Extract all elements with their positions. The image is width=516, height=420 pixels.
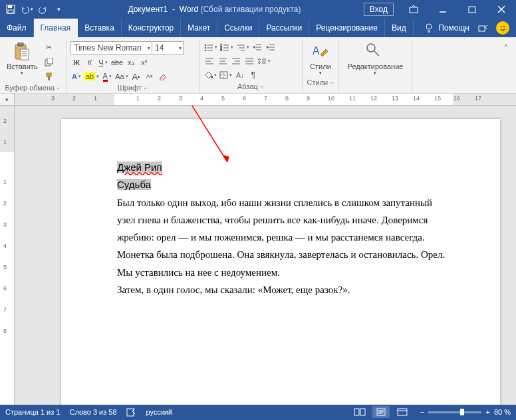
bucket-icon: [204, 71, 213, 79]
underline-button[interactable]: Ч▾: [97, 56, 109, 68]
format-painter-button[interactable]: [43, 70, 55, 82]
minimize-button[interactable]: [428, 0, 457, 19]
increase-indent-button[interactable]: [265, 41, 277, 53]
undo-icon[interactable]: ▾: [20, 3, 33, 16]
change-case-button[interactable]: Aa▾: [114, 70, 128, 82]
strikethrough-button[interactable]: abc: [110, 56, 124, 68]
shrink-font-button[interactable]: A▾: [144, 70, 156, 82]
cut-button[interactable]: ✂: [43, 41, 55, 53]
svg-rect-16: [21, 49, 29, 60]
tab-view[interactable]: Вид: [385, 19, 414, 37]
highlight-button[interactable]: ab▾: [84, 70, 100, 82]
tab-mailings[interactable]: Рассылки: [259, 19, 309, 37]
text-effects-button[interactable]: A▾: [70, 70, 82, 82]
superscript-button[interactable]: x²: [138, 56, 150, 68]
maximize-button[interactable]: [457, 0, 487, 19]
styles-icon: A: [311, 43, 330, 61]
ribbon-options-icon[interactable]: [399, 0, 428, 19]
doc-body-line: Монетка была подброшена. Она звякнула, з…: [117, 246, 447, 263]
horizontal-ruler[interactable]: 3 2 1 1 2 3 4 5 6 7 8 9 10 11 12 13 14 1…: [15, 94, 516, 106]
decrease-indent-button[interactable]: [251, 41, 263, 53]
copy-button[interactable]: [43, 56, 55, 68]
svg-rect-5: [469, 7, 475, 13]
scissors-icon: ✂: [46, 43, 52, 52]
doc-body-line: Затем, в один голос, мы сказали: «Может,…: [117, 281, 447, 298]
vertical-ruler[interactable]: 2 1 1 2 3 4 5 6 7 8: [0, 106, 15, 405]
svg-rect-2: [8, 10, 13, 13]
font-launcher-icon[interactable]: ⌐: [144, 84, 148, 91]
svg-point-12: [501, 26, 502, 27]
share-icon[interactable]: [476, 21, 489, 35]
tab-file[interactable]: Файл: [0, 19, 34, 37]
clipboard-group-label: Буфер обмена: [5, 84, 55, 92]
multilevel-button[interactable]: ▾: [235, 41, 250, 53]
subscript-button[interactable]: x₂: [125, 56, 137, 68]
grow-font-button[interactable]: A▴: [130, 70, 142, 82]
redo-icon[interactable]: [36, 3, 49, 16]
svg-rect-22: [47, 73, 51, 76]
tab-layout[interactable]: Макет: [181, 19, 217, 37]
copy-icon: [45, 58, 53, 66]
numbering-button[interactable]: 123▾: [219, 41, 234, 53]
zoom-out-button[interactable]: −: [420, 408, 424, 416]
font-color-button[interactable]: A▾: [101, 70, 113, 82]
status-words[interactable]: Слово 3 из 58: [69, 408, 116, 416]
font-size-combo[interactable]: 14▾: [152, 41, 184, 54]
sort-button[interactable]: A↓: [234, 69, 246, 81]
shading-button[interactable]: ▾: [203, 69, 217, 81]
print-layout-button[interactable]: [372, 406, 390, 418]
font-name-combo[interactable]: Times New Roman▾: [70, 41, 152, 54]
eraser-icon: [158, 72, 168, 80]
borders-button[interactable]: ▾: [219, 69, 233, 81]
clipboard-icon: [13, 43, 31, 61]
show-marks-button[interactable]: ¶: [247, 69, 259, 81]
justify-button[interactable]: [243, 55, 255, 67]
styles-button[interactable]: A Стили▾: [307, 41, 334, 77]
align-center-button[interactable]: [217, 55, 229, 67]
tell-me[interactable]: Помощн: [422, 21, 469, 35]
tab-design[interactable]: Конструктор: [122, 19, 181, 37]
svg-rect-11: [479, 26, 485, 31]
svg-point-13: [503, 26, 505, 27]
tab-home[interactable]: Главная: [34, 19, 78, 37]
close-button[interactable]: [487, 0, 516, 19]
zoom-in-button[interactable]: +: [485, 408, 489, 416]
status-page[interactable]: Страница 1 из 1: [5, 408, 60, 416]
window-title: Документ1 - Word (Сбой активации продукт…: [65, 5, 364, 14]
paragraph-launcher-icon[interactable]: ⌐: [261, 83, 264, 90]
svg-text:A: A: [313, 45, 320, 56]
svg-rect-3: [410, 7, 418, 13]
ruler-corner[interactable]: ▾: [0, 94, 15, 106]
editing-button[interactable]: Редактирование▾: [345, 41, 406, 77]
feedback-smiley-icon[interactable]: [496, 21, 509, 35]
italic-button[interactable]: К: [84, 56, 96, 68]
svg-rect-23: [48, 76, 50, 80]
qat-customize-icon[interactable]: ▾: [52, 3, 65, 16]
save-icon[interactable]: [4, 3, 17, 16]
align-right-button[interactable]: [230, 55, 242, 67]
tab-review[interactable]: Рецензирование: [309, 19, 385, 37]
bullets-button[interactable]: ▾: [203, 41, 218, 53]
tab-insert[interactable]: Вставка: [78, 19, 122, 37]
svg-point-8: [426, 24, 432, 29]
doc-line1: Джей Рип: [117, 161, 162, 173]
document-page[interactable]: Джей Рип Судьба Был только один выход, и…: [61, 119, 500, 405]
status-language[interactable]: русский: [146, 408, 172, 416]
align-left-button[interactable]: [203, 55, 215, 67]
clipboard-launcher-icon[interactable]: ⌐: [57, 84, 61, 91]
clear-format-button[interactable]: [157, 70, 169, 82]
sign-in-button[interactable]: Вход: [364, 3, 394, 16]
bold-button[interactable]: Ж: [70, 56, 82, 68]
tab-references[interactable]: Ссылки: [217, 19, 259, 37]
spellcheck-icon[interactable]: [126, 407, 137, 417]
zoom-slider[interactable]: [428, 411, 481, 413]
styles-launcher-icon[interactable]: ⌐: [330, 79, 334, 86]
read-mode-button[interactable]: [351, 406, 368, 418]
doc-body-line: Мы уставились на нее с недоумением.: [117, 264, 447, 281]
zoom-level[interactable]: 80 %: [494, 408, 511, 416]
collapse-ribbon-button[interactable]: ˄: [500, 43, 512, 54]
paste-button[interactable]: Вставить ▾: [4, 41, 41, 77]
doc-body-line: узел гнева и блаженства, чтобы решить вс…: [117, 211, 447, 229]
line-spacing-button[interactable]: ▾: [257, 55, 271, 67]
web-layout-button[interactable]: [394, 406, 411, 418]
